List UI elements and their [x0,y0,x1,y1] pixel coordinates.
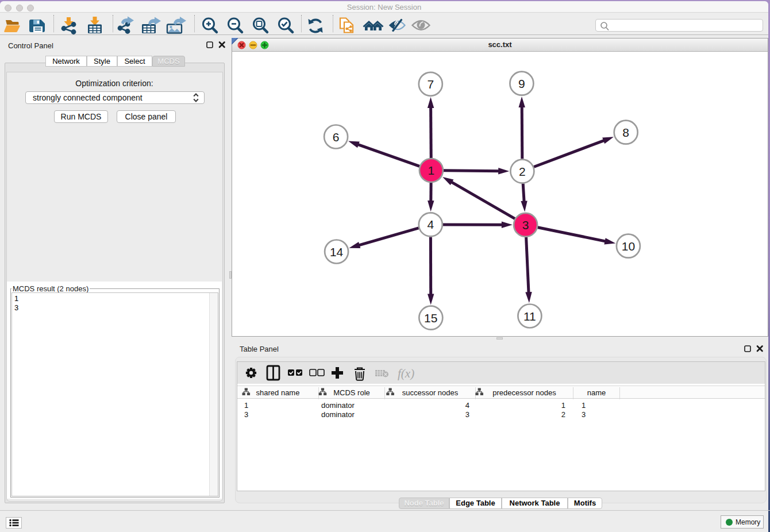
svg-text:14: 14 [330,245,344,259]
svg-text:11: 11 [523,310,536,323]
svg-text:6: 6 [333,130,340,144]
svg-text:15: 15 [424,311,437,325]
svg-text:f(x): f(x) [398,367,414,380]
svg-text:10: 10 [622,240,635,253]
svg-text:3: 3 [522,218,529,232]
svg-text:1: 1 [428,164,435,177]
svg-text:8: 8 [622,126,629,139]
svg-text:7: 7 [427,78,434,91]
svg-text:2: 2 [519,165,526,178]
svg-text:9: 9 [518,77,525,90]
svg-text:4: 4 [427,218,434,231]
